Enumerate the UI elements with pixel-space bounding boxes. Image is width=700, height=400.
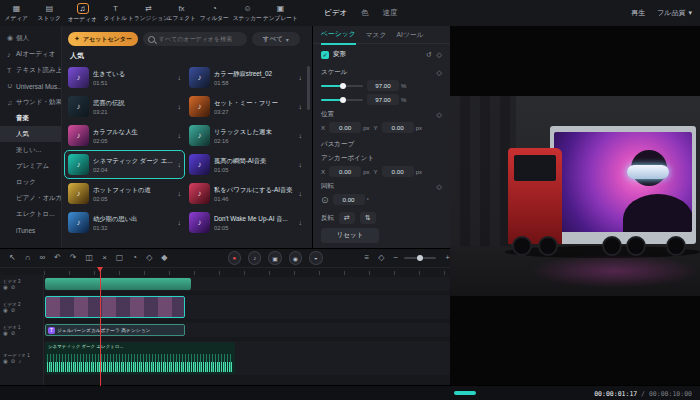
playhead-handle[interactable] <box>97 267 103 272</box>
track-header-audio1[interactable]: オーディオ 1 ◉⊘♪ <box>0 341 43 375</box>
path-curve-row[interactable]: パスカーブ <box>321 140 442 149</box>
track-header-video2[interactable]: ビデオ 2 ◉⊘ <box>0 295 43 319</box>
audio-item[interactable]: ♪ カラー静寂street_02 01:58 ↓ <box>185 63 306 92</box>
filter-dropdown[interactable]: すべて ▾ <box>252 32 300 46</box>
quality-dropdown[interactable]: フル品質 ▾ <box>657 8 692 18</box>
audio-item[interactable]: ♪ 私をパワフルにする-AI音楽 01:46 ↓ <box>185 179 306 208</box>
audio-item[interactable]: ♪ リラックスした週末 02:16 ↓ <box>185 121 306 150</box>
scale-y-value[interactable]: 97.00 <box>367 94 399 105</box>
zoom-knob[interactable] <box>417 255 423 261</box>
anchor-y-value[interactable]: 0.00 <box>382 166 414 177</box>
tab-transitions[interactable]: ⇄ トランジション <box>132 0 165 26</box>
eye-icon[interactable]: ◉ <box>3 307 8 313</box>
sidebar-item-electro[interactable]: エレクトロ... <box>0 206 61 222</box>
audio-clip[interactable]: シネマティック ダーク エレクトロ... <box>45 342 235 374</box>
search-box[interactable] <box>143 32 247 46</box>
pointer-tool-icon[interactable]: ↖ <box>9 254 16 262</box>
magnet-icon[interactable]: ∩ <box>25 254 31 262</box>
preview-scrollbar[interactable] <box>454 391 476 395</box>
download-icon[interactable]: ↓ <box>299 219 303 226</box>
anchor-x-value[interactable]: 0.00 <box>329 166 361 177</box>
marker-icon[interactable]: ◆ <box>161 254 167 262</box>
speed-icon[interactable]: ◔ <box>132 254 137 262</box>
download-icon[interactable]: ↓ <box>299 161 303 168</box>
scale-x-value[interactable]: 97.00 <box>367 80 399 91</box>
tab-audio[interactable]: ♫ オーディオ <box>66 0 99 26</box>
record-button[interactable]: ● <box>228 251 241 265</box>
sidebar-item-rock[interactable]: ロック <box>0 174 61 190</box>
tab-effects[interactable]: fx エフェクト <box>165 0 198 26</box>
download-icon[interactable]: ↓ <box>178 161 182 168</box>
tab-templates[interactable]: ▣ テンプレート <box>264 0 297 26</box>
download-icon[interactable]: ↓ <box>299 132 303 139</box>
audio-item[interactable]: ♪ セット・ミー・フリー 03:27 ↓ <box>185 92 306 121</box>
tab-media[interactable]: ▦ メディア <box>0 0 33 26</box>
download-icon[interactable]: ↓ <box>178 190 182 197</box>
screen-record-button[interactable]: ▣ <box>268 251 281 265</box>
rotation-dial-icon[interactable]: ⊙ <box>321 195 329 205</box>
position-y-value[interactable]: 0.00 <box>382 122 414 133</box>
scale-keyframe-icon[interactable]: ◇ <box>437 69 442 77</box>
tab-video-properties[interactable]: ビデオ <box>324 8 347 18</box>
crop-icon[interactable]: ▢ <box>116 254 124 262</box>
sidebar-item-piano-organ[interactable]: ピアノ・オルガ... <box>0 190 61 206</box>
track-header-video3[interactable]: ビデオ 3 ◉⊘ <box>0 277 43 291</box>
redo-icon[interactable]: ↷ <box>70 254 77 262</box>
sidebar-item-fun[interactable]: 楽しい... <box>0 142 61 158</box>
overlay-video-clip[interactable] <box>45 278 191 290</box>
track-header-video1[interactable]: ビデオ 1 ◉⊘ <box>0 323 43 337</box>
position-x-value[interactable]: 0.00 <box>329 122 361 133</box>
transform-checkbox[interactable]: ✓ <box>321 51 329 59</box>
lock-icon[interactable]: ⊘ <box>11 330 16 336</box>
asset-center-button[interactable]: ✦ アセットセンター <box>68 32 138 46</box>
sidebar-section-music[interactable]: 音楽 <box>0 110 61 126</box>
playhead[interactable] <box>100 267 101 386</box>
tab-stock[interactable]: ▤ ストック <box>33 0 66 26</box>
reset-transform-icon[interactable]: ↺ <box>426 51 432 59</box>
sidebar-item-popular[interactable]: 人気 <box>0 126 61 142</box>
mixer-icon[interactable]: ≡ <box>365 254 370 262</box>
timeline-mode-button[interactable]: ◒ <box>309 251 322 265</box>
sidebar-item-tts[interactable]: T テキスト読み上げ <box>0 62 61 78</box>
audio-item[interactable]: ♪ 悲喜の伝説 03:21 ↓ <box>64 92 185 121</box>
delete-icon[interactable]: × <box>102 254 107 262</box>
sidebar-item-sound-effects[interactable]: ♫ サウンド・効果音 <box>0 94 61 110</box>
tab-color[interactable]: 色 <box>361 8 369 18</box>
main-video-clip-selected[interactable] <box>45 296 185 318</box>
download-icon[interactable]: ↓ <box>178 219 182 226</box>
flip-horizontal-button[interactable]: ⇄ <box>339 212 355 224</box>
audio-item[interactable]: ♪ ホットフィットの道 02:05 ↓ <box>64 179 185 208</box>
mute-icon[interactable]: ♪ <box>18 358 21 364</box>
search-input[interactable] <box>159 36 242 42</box>
tab-stickers[interactable]: ☺ ステッカー <box>231 0 264 26</box>
scale-x-slider[interactable] <box>321 85 363 87</box>
zoom-in-icon[interactable]: + <box>445 254 450 262</box>
flip-vertical-button[interactable]: ⇅ <box>360 212 376 224</box>
split-icon[interactable]: ◫ <box>86 254 94 262</box>
download-icon[interactable]: ↓ <box>178 74 182 81</box>
eye-icon[interactable]: ◉ <box>3 330 8 336</box>
undo-icon[interactable]: ↶ <box>54 254 61 262</box>
render-preview-button[interactable]: ◉ <box>289 251 302 265</box>
tab-ai-tools[interactable]: AIツール <box>397 26 424 44</box>
rotate-keyframe-icon[interactable]: ◇ <box>437 183 442 191</box>
download-icon[interactable]: ↓ <box>178 103 182 110</box>
download-icon[interactable]: ↓ <box>299 190 303 197</box>
zoom-out-icon[interactable]: − <box>393 254 398 262</box>
tab-titles[interactable]: T タイトル <box>99 0 132 26</box>
audio-item[interactable]: ♪ Don't Wake Me Up-AI 音... 02:05 ↓ <box>185 208 306 237</box>
link-icon[interactable]: ∞ <box>39 254 45 262</box>
audio-item[interactable]: ♪ カラフルな人生 02:05 ↓ <box>64 121 185 150</box>
sidebar-item-universal-music[interactable]: ∪ Universal Mus... <box>0 78 61 94</box>
timeline-zoom-slider[interactable] <box>404 257 436 259</box>
voiceover-button[interactable]: ♪ <box>248 251 261 265</box>
library-scrollbar[interactable] <box>307 66 310 110</box>
tab-speed[interactable]: 速度 <box>383 8 398 18</box>
play-menu[interactable]: 再生 <box>631 8 645 18</box>
lock-icon[interactable]: ⊘ <box>11 307 16 313</box>
position-keyframe-icon[interactable]: ◇ <box>437 111 442 119</box>
reset-button[interactable]: リセット <box>321 228 379 243</box>
audio-item-selected[interactable]: ♪ シネマティック ダーク エ... 02:04 ↓ <box>64 150 185 179</box>
lock-icon[interactable]: ⊘ <box>11 358 16 364</box>
download-icon[interactable]: ↓ <box>299 74 303 81</box>
